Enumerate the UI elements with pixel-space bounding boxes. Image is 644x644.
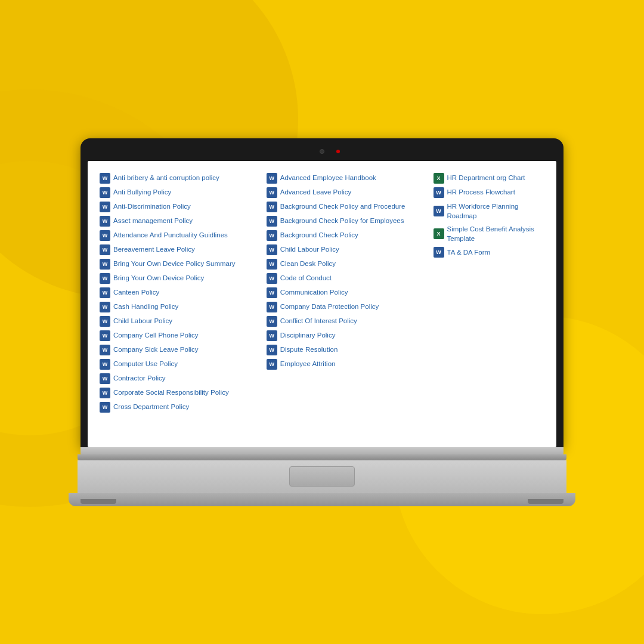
file-item[interactable]: WChild Labour Policy	[100, 315, 267, 328]
file-item[interactable]: WAdvanced Leave Policy	[267, 186, 434, 199]
file-label: Company Cell Phone Policy	[113, 330, 199, 340]
laptop-foot-right	[528, 499, 564, 504]
file-label: Clean Desk Policy	[280, 259, 336, 268]
laptop-trackpad[interactable]	[289, 466, 355, 487]
file-label: Background Check Policy and Procedure	[280, 202, 405, 211]
word-icon: W	[267, 359, 277, 370]
document-column-3: XHR Department org ChartWHR Process Flow…	[434, 172, 545, 436]
file-label: Simple Cost Benefit Analysis Template	[447, 224, 545, 243]
file-item[interactable]: WContractor Policy	[100, 372, 267, 385]
laptop-bottom	[69, 493, 575, 506]
file-label: Conflict Of Interest Policy	[280, 316, 357, 326]
file-item[interactable]: WBackground Check Policy and Procedure	[267, 200, 434, 213]
file-item[interactable]: WCorporate Social Responsibility Policy	[100, 386, 267, 400]
file-label: Asset management Policy	[113, 216, 193, 225]
word-icon: W	[100, 345, 110, 355]
file-item[interactable]: WCross Department Policy	[100, 401, 267, 414]
word-icon: W	[100, 244, 110, 255]
laptop-indicator-light	[336, 150, 340, 153]
file-item[interactable]: WHR Workforce Planning Roadmap	[434, 200, 545, 222]
file-item[interactable]: WCode of Conduct	[267, 272, 434, 285]
file-item[interactable]: WComputer Use Policy	[100, 358, 267, 371]
word-icon: W	[267, 230, 277, 241]
word-icon: W	[100, 287, 110, 298]
file-item[interactable]: WBereavement Leave Policy	[100, 243, 267, 256]
file-label: Bereavement Leave Policy	[113, 244, 195, 254]
file-label: Company Sick Leave Policy	[113, 345, 199, 354]
document-column-2: WAdvanced Employee HandbookWAdvanced Lea…	[267, 172, 434, 436]
word-icon: W	[267, 259, 277, 270]
file-label: Contractor Policy	[113, 373, 166, 383]
file-item[interactable]: WDispute Resolution	[267, 343, 434, 357]
word-icon: W	[100, 302, 110, 312]
file-item[interactable]: WClean Desk Policy	[267, 258, 434, 271]
laptop-hinge	[78, 454, 566, 460]
file-item[interactable]: WCommunication Policy	[267, 286, 434, 299]
file-label: HR Workforce Planning Roadmap	[447, 202, 545, 221]
file-label: Cross Department Policy	[113, 402, 189, 411]
file-item[interactable]: WChild Labour Policy	[267, 243, 434, 256]
file-item[interactable]: WCompany Data Protection Policy	[267, 301, 434, 314]
file-item[interactable]: WAnti-Discrimination Policy	[100, 200, 267, 213]
word-icon: W	[267, 287, 277, 298]
file-label: HR Process Flowchart	[447, 187, 515, 197]
word-icon: W	[100, 330, 110, 341]
file-label: Child Labour Policy	[280, 244, 339, 254]
file-label: Advanced Employee Handbook	[280, 173, 376, 182]
word-icon: W	[100, 202, 110, 212]
file-item[interactable]: WAdvanced Employee Handbook	[267, 172, 434, 185]
excel-icon: X	[434, 173, 444, 184]
word-icon: W	[100, 259, 110, 270]
file-label: Code of Conduct	[280, 273, 332, 283]
word-icon: W	[100, 316, 110, 327]
file-item[interactable]: WTA & DA Form	[434, 246, 545, 259]
file-item[interactable]: WDisciplinary Policy	[267, 329, 434, 342]
file-label: Child Labour Policy	[113, 316, 172, 326]
file-item[interactable]: WConflict Of Interest Policy	[267, 315, 434, 328]
file-item[interactable]: WEmployee Attrition	[267, 358, 434, 371]
file-item[interactable]: WCompany Sick Leave Policy	[100, 343, 267, 357]
file-item[interactable]: WCash Handling Policy	[100, 301, 267, 314]
file-item[interactable]: XSimple Cost Benefit Analysis Template	[434, 223, 545, 244]
file-item[interactable]: WAttendance And Punctuality Guidlines	[100, 229, 267, 242]
word-icon: W	[100, 273, 110, 284]
file-label: Communication Policy	[280, 287, 348, 297]
file-label: Cash Handling Policy	[113, 302, 178, 311]
file-item[interactable]: WCanteen Policy	[100, 286, 267, 299]
word-icon: W	[434, 247, 444, 258]
file-item[interactable]: WAsset management Policy	[100, 215, 267, 228]
file-item[interactable]: WAnti bribery & anti corruption policy	[100, 172, 267, 185]
word-icon: W	[100, 373, 110, 384]
word-icon: W	[100, 173, 110, 184]
file-item[interactable]: WBring Your Own Device Policy	[100, 272, 267, 285]
file-label: Advanced Leave Policy	[280, 187, 352, 197]
file-label: Attendance And Punctuality Guidlines	[113, 230, 228, 240]
laptop-camera	[320, 149, 324, 154]
file-label: Background Check Policy	[280, 230, 358, 240]
file-item[interactable]: WAnti Bullying Policy	[100, 186, 267, 199]
file-label: Bring Your Own Device Policy	[113, 273, 204, 283]
word-icon: W	[100, 230, 110, 241]
laptop-base-connector	[80, 447, 564, 454]
laptop-camera-bar	[88, 145, 556, 157]
word-icon: W	[267, 302, 277, 312]
file-label: Dispute Resolution	[280, 345, 338, 354]
word-icon: W	[267, 187, 277, 198]
file-label: Company Data Protection Policy	[280, 302, 379, 311]
file-item[interactable]: XHR Department org Chart	[434, 172, 545, 185]
word-icon: W	[267, 345, 277, 355]
file-label: Disciplinary Policy	[280, 330, 336, 340]
file-item[interactable]: WBackground Check Policy for Employees	[267, 215, 434, 228]
file-item[interactable]: WBring Your Own Device Policy Summary	[100, 258, 267, 271]
file-label: Computer Use Policy	[113, 359, 178, 369]
word-icon: W	[100, 187, 110, 198]
word-icon: W	[267, 202, 277, 212]
word-icon: W	[100, 402, 110, 413]
word-icon: W	[267, 273, 277, 284]
word-icon: W	[100, 388, 110, 398]
file-item[interactable]: WHR Process Flowchart	[434, 186, 545, 199]
file-item[interactable]: WCompany Cell Phone Policy	[100, 329, 267, 342]
file-item[interactable]: WBackground Check Policy	[267, 229, 434, 242]
file-label: Canteen Policy	[113, 287, 159, 297]
file-label: Background Check Policy for Employees	[280, 216, 404, 225]
